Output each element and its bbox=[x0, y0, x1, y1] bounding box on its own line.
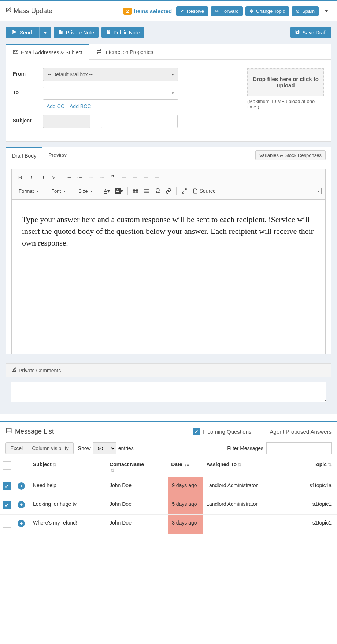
format-dropdown[interactable]: Format bbox=[15, 186, 42, 196]
bullet-list-icon[interactable] bbox=[75, 173, 85, 182]
collapse-toggle-icon[interactable] bbox=[321, 6, 332, 16]
tab-email-label: Email Addresses & Subject bbox=[21, 49, 82, 55]
private-comments-box: Private Comments bbox=[6, 363, 331, 408]
cell-assigned: Landlord Administrator bbox=[203, 496, 290, 515]
toolbar-collapse-icon[interactable]: ▴ bbox=[316, 188, 322, 194]
envelope-icon bbox=[13, 49, 18, 56]
row-checkbox[interactable] bbox=[3, 482, 11, 490]
font-dropdown[interactable]: Font bbox=[48, 186, 69, 196]
hr-icon[interactable] bbox=[142, 186, 151, 196]
numbered-list-icon[interactable] bbox=[64, 173, 74, 182]
add-bcc-link[interactable]: Add BCC bbox=[70, 103, 91, 109]
tab-email-addresses[interactable]: Email Addresses & Subject bbox=[6, 44, 89, 60]
cell-contact: John Doe bbox=[107, 515, 168, 534]
expand-row-button[interactable]: + bbox=[18, 501, 25, 508]
size-dropdown[interactable]: Size bbox=[75, 186, 96, 196]
message-list-header: Message List Incoming Questions Agent Pr… bbox=[0, 422, 337, 441]
underline-icon[interactable]: U bbox=[37, 173, 47, 182]
tab-preview[interactable]: Preview bbox=[42, 148, 73, 162]
selected-count-badge: 2 bbox=[123, 8, 131, 15]
align-right-icon[interactable] bbox=[141, 173, 151, 182]
send-button[interactable]: Send bbox=[6, 27, 39, 38]
incoming-label: Incoming Questions bbox=[203, 428, 252, 435]
forward-button[interactable]: ↪ Forward bbox=[211, 6, 243, 16]
sort-icon: ⇅ bbox=[328, 462, 332, 467]
send-dropdown-button[interactable]: ▾ bbox=[39, 27, 51, 38]
entries-select[interactable]: 50 bbox=[93, 442, 116, 454]
filter-label: Filter Messages bbox=[227, 445, 263, 451]
cell-topic: s1topic1 bbox=[290, 515, 337, 534]
italic-icon[interactable]: I bbox=[26, 173, 36, 182]
header-subject[interactable]: Subject⇅ bbox=[30, 458, 107, 477]
text-color-icon[interactable]: A▾ bbox=[102, 186, 111, 196]
dropzone[interactable]: Drop files here or click to upload bbox=[247, 68, 324, 96]
align-justify-icon[interactable] bbox=[152, 173, 162, 182]
header-assigned[interactable]: Assigned To⇅ bbox=[203, 458, 290, 477]
excel-button[interactable]: Excel bbox=[5, 442, 27, 454]
public-note-button[interactable]: Public Note bbox=[101, 27, 144, 38]
bold-icon[interactable]: B bbox=[15, 173, 25, 182]
cell-subject: Looking for huge tv bbox=[30, 496, 107, 515]
outdent-icon[interactable] bbox=[86, 173, 96, 182]
header-contact[interactable]: Contact Name⇅ bbox=[107, 458, 168, 477]
save-draft-button[interactable]: Save Draft bbox=[290, 27, 331, 38]
maximize-icon[interactable] bbox=[179, 186, 189, 196]
resolve-button[interactable]: ✔ Resolve bbox=[176, 6, 208, 16]
source-label: Source bbox=[199, 188, 215, 194]
variables-button[interactable]: Variables & Stock Responses bbox=[255, 150, 326, 160]
indent-icon[interactable] bbox=[97, 173, 107, 182]
header-date[interactable]: Date ↓≡ bbox=[168, 458, 203, 477]
subject-row: Subject bbox=[13, 115, 236, 128]
proposed-label: Agent Proposed Answers bbox=[270, 428, 332, 435]
subject-input[interactable] bbox=[101, 115, 178, 128]
link-icon[interactable] bbox=[164, 186, 173, 196]
mass-update-title-group: Mass Update bbox=[5, 7, 52, 15]
message-list-controls: Excel Column visibility Show 50 entries … bbox=[0, 441, 337, 458]
select-all-checkbox[interactable] bbox=[3, 461, 11, 470]
filter-input[interactable] bbox=[266, 442, 332, 454]
tab-interaction-properties[interactable]: Interaction Properties bbox=[89, 44, 160, 59]
blockquote-icon[interactable]: ” bbox=[108, 173, 118, 182]
cell-subject: Need help bbox=[30, 477, 107, 496]
add-cc-link[interactable]: Add CC bbox=[47, 103, 64, 109]
to-select[interactable] bbox=[43, 87, 178, 100]
private-note-button[interactable]: Private Note bbox=[54, 27, 99, 38]
svg-point-2 bbox=[78, 177, 78, 178]
private-comments-textarea[interactable] bbox=[11, 382, 326, 402]
align-left-icon[interactable] bbox=[119, 173, 129, 182]
resolve-label: Resolve bbox=[187, 8, 204, 14]
source-button[interactable]: Source bbox=[190, 186, 218, 196]
header-topic[interactable]: Topic⇅ bbox=[290, 458, 337, 477]
special-char-icon[interactable]: Ω bbox=[153, 186, 162, 196]
caret-down-icon: ▾ bbox=[44, 30, 47, 36]
private-note-label: Private Note bbox=[66, 30, 94, 36]
forward-label: Forward bbox=[221, 8, 239, 14]
to-label: To bbox=[13, 87, 43, 109]
change-topic-button[interactable]: ✥ Change Topic bbox=[245, 6, 289, 16]
upload-note: (Maximum 10 MB upload at one time.) bbox=[247, 99, 324, 110]
expand-row-button[interactable]: + bbox=[18, 482, 25, 490]
spam-label: Spam bbox=[302, 8, 315, 14]
message-list-title-group: Message List bbox=[5, 427, 54, 436]
bg-color-icon[interactable]: A▾ bbox=[113, 186, 125, 196]
column-visibility-button[interactable]: Column visibility bbox=[27, 442, 73, 454]
send-label: Send bbox=[20, 30, 32, 36]
align-center-icon[interactable] bbox=[130, 173, 140, 182]
sort-icon: ⇅ bbox=[53, 462, 56, 467]
agent-proposed-checkbox[interactable]: Agent Proposed Answers bbox=[260, 428, 332, 435]
remove-format-icon[interactable]: Ix bbox=[48, 173, 58, 182]
ban-icon: ⊘ bbox=[296, 8, 300, 14]
tab-draft-body[interactable]: Draft Body bbox=[6, 147, 42, 163]
editor-placeholder-text: Type your answer here and a custom respo… bbox=[22, 214, 315, 249]
row-checkbox[interactable] bbox=[3, 501, 11, 509]
row-checkbox[interactable] bbox=[3, 520, 11, 528]
expand-row-button[interactable]: + bbox=[18, 520, 25, 527]
incoming-questions-checkbox[interactable]: Incoming Questions bbox=[193, 428, 252, 435]
table-icon[interactable] bbox=[131, 186, 140, 196]
spam-button[interactable]: ⊘ Spam bbox=[292, 6, 319, 16]
upload-area: Drop files here or click to upload (Maxi… bbox=[247, 68, 324, 133]
from-select[interactable]: -- Default Mailbox -- bbox=[43, 68, 178, 81]
note-icon bbox=[58, 29, 63, 36]
mass-update-panel: Mass Update 2 items selected ✔ Resolve ↪… bbox=[0, 0, 337, 414]
editor-content[interactable]: Type your answer here and a custom respo… bbox=[12, 200, 325, 354]
